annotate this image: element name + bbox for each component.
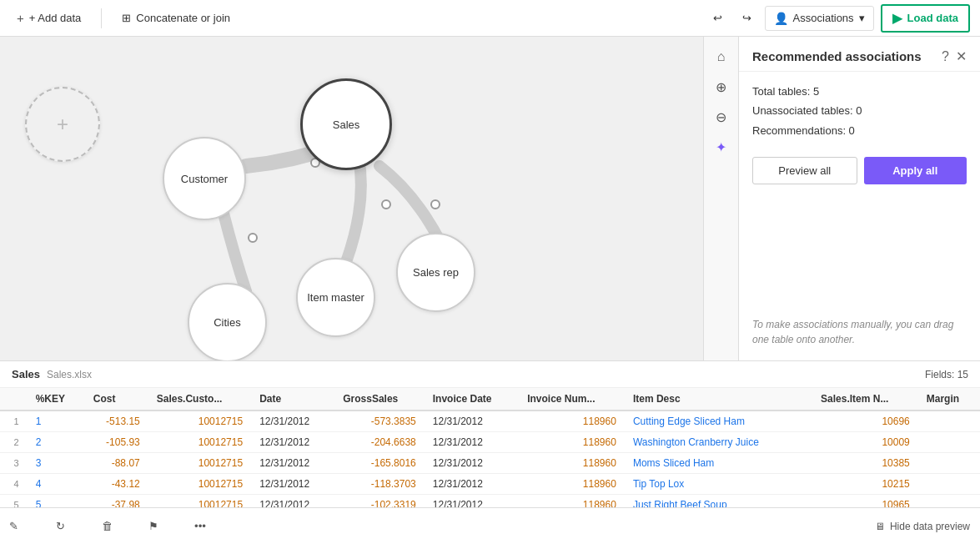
row-number: 2: [0, 432, 28, 453]
col-grosssales[interactable]: GrossSales: [334, 388, 425, 411]
cell-invoicenum: 118960: [519, 453, 625, 474]
cell-grosssales: -204.6638: [334, 432, 425, 453]
filter-btn[interactable]: ⚑: [140, 513, 167, 540]
data-table[interactable]: %KEY Cost Sales.Custo... Date GrossSales…: [0, 388, 980, 507]
panel-title: Recommended associations: [752, 49, 942, 63]
cell-salesitemn: 10965: [812, 495, 918, 508]
col-date[interactable]: Date: [251, 388, 334, 411]
col-salescusto[interactable]: Sales.Custo...: [148, 388, 251, 411]
data-preview: Sales Sales.xlsx Fields: 15 %KEY Cost Sa…: [0, 360, 980, 544]
redo-icon: ↪: [742, 12, 751, 24]
toolbar-separator: [101, 8, 102, 28]
cell-margin: [918, 411, 980, 432]
redo-button[interactable]: ↪: [736, 8, 758, 28]
cell-salescusto: 10012715: [148, 411, 251, 432]
col-key[interactable]: %KEY: [28, 388, 85, 411]
canvas-side-toolbar: ⌂ ⊕ ⊖ ✦: [703, 37, 738, 360]
cell-key: 2: [28, 432, 85, 453]
panel-stats: Total tables: 5 Unassociated tables: 0 R…: [739, 72, 980, 150]
cell-salesitemn: 10385: [812, 453, 918, 474]
cell-invoicedate: 12/31/2012: [425, 411, 519, 432]
right-panel: Recommended associations ? ✕ Total table…: [738, 37, 980, 360]
trash-icon: 🗑: [102, 520, 113, 532]
cell-grosssales: -102.3319: [334, 495, 425, 508]
bottom-bar: ✎ ↻ 🗑 ⚑ ••• 🖥 Hide data preview: [0, 507, 980, 544]
preview-title: Sales: [12, 368, 40, 380]
recommendations: Recommendations: 0: [752, 121, 967, 140]
close-panel-btn[interactable]: ✕: [956, 48, 967, 64]
cell-itemdesc: Just Right Beef Soup: [625, 495, 812, 508]
cell-cost: -105.93: [85, 432, 148, 453]
toolbar-right: ↩ ↪ 👤 Associations ▾ ▶ Load data: [706, 4, 970, 33]
cities-node[interactable]: Cities: [188, 283, 267, 360]
cell-salesitemn: 10696: [812, 411, 918, 432]
sales-node[interactable]: Sales: [300, 78, 392, 170]
add-data-button[interactable]: + + Add data: [10, 8, 88, 28]
cell-grosssales: -118.3703: [334, 474, 425, 495]
edit-icon: ✎: [9, 520, 18, 532]
cell-grosssales: -165.8016: [334, 453, 425, 474]
connector-dot: [381, 199, 391, 209]
play-circle-icon: ▶: [892, 11, 902, 26]
col-rownum: [0, 388, 28, 411]
refresh-icon: ↻: [56, 520, 65, 532]
delete-btn[interactable]: 🗑: [93, 513, 120, 540]
edit-btn[interactable]: ✎: [0, 513, 27, 540]
panel-actions: Preview all Apply all: [739, 150, 980, 194]
cell-invoicenum: 118960: [519, 432, 625, 453]
connector-dot: [430, 199, 440, 209]
home-icon-btn[interactable]: ⌂: [708, 43, 735, 70]
cell-margin: [918, 432, 980, 453]
col-salesitemn[interactable]: Sales.Item N...: [812, 388, 918, 411]
hide-preview-button[interactable]: 🖥 Hide data preview: [875, 521, 970, 532]
cell-invoicedate: 12/31/2012: [425, 495, 519, 508]
cell-date: 12/31/2012: [251, 474, 334, 495]
undo-button[interactable]: ↩: [706, 8, 729, 28]
zoom-out-btn[interactable]: ⊖: [708, 103, 735, 130]
table-row: 11-513.151001271512/31/2012-573.383512/3…: [0, 411, 980, 432]
concat-join-button[interactable]: ⊞ Concatenate or join: [115, 8, 237, 28]
cell-salescusto: 10012715: [148, 495, 251, 508]
cell-cost: -88.07: [85, 453, 148, 474]
row-number: 5: [0, 495, 28, 508]
row-number: 4: [0, 474, 28, 495]
cell-key: 5: [28, 495, 85, 508]
col-margin[interactable]: Margin: [918, 388, 980, 411]
apply-all-button[interactable]: Apply all: [864, 157, 967, 184]
associations-button[interactable]: 👤 Associations ▾: [765, 6, 874, 31]
zoom-in-btn[interactable]: ⊕: [708, 73, 735, 100]
chevron-down-icon: ▾: [859, 12, 865, 24]
preview-all-button[interactable]: Preview all: [752, 157, 857, 184]
cell-grosssales: -573.3835: [334, 411, 425, 432]
magic-btn[interactable]: ✦: [708, 133, 735, 160]
customer-node[interactable]: Customer: [163, 137, 246, 220]
unassociated-tables: Unassociated tables: 0: [752, 101, 967, 120]
table-row: 33-88.071001271512/31/2012-165.801612/31…: [0, 453, 980, 474]
itemmaster-node[interactable]: Item master: [296, 258, 375, 337]
row-number: 3: [0, 453, 28, 474]
col-invoicenum[interactable]: Invoice Num...: [519, 388, 625, 411]
cell-salescusto: 10012715: [148, 432, 251, 453]
cell-invoicedate: 12/31/2012: [425, 453, 519, 474]
table-row: 22-105.931001271512/31/2012-204.663812/3…: [0, 432, 980, 453]
cell-date: 12/31/2012: [251, 495, 334, 508]
preview-header: Sales Sales.xlsx Fields: 15: [0, 361, 980, 388]
col-itemdesc[interactable]: Item Desc: [625, 388, 812, 411]
salesrep-node[interactable]: Sales rep: [396, 233, 475, 312]
cell-itemdesc: Washington Cranberry Juice: [625, 432, 812, 453]
add-node[interactable]: +: [25, 87, 100, 162]
cell-itemdesc: Moms Sliced Ham: [625, 453, 812, 474]
cell-margin: [918, 474, 980, 495]
refresh-btn[interactable]: ↻: [47, 513, 73, 540]
total-tables: Total tables: 5: [752, 82, 967, 101]
col-invoicedate[interactable]: Invoice Date: [425, 388, 519, 411]
cell-invoicedate: 12/31/2012: [425, 474, 519, 495]
more-btn[interactable]: •••: [187, 513, 214, 540]
panel-hint: To make associations manually, you can d…: [739, 194, 980, 360]
table-header-row: %KEY Cost Sales.Custo... Date GrossSales…: [0, 388, 980, 411]
help-btn[interactable]: ?: [942, 49, 949, 64]
canvas-area[interactable]: + Sales Customer Sales rep Item master C…: [0, 37, 738, 360]
col-cost[interactable]: Cost: [85, 388, 148, 411]
load-data-button[interactable]: ▶ Load data: [881, 4, 970, 33]
preview-table: %KEY Cost Sales.Custo... Date GrossSales…: [0, 388, 980, 507]
